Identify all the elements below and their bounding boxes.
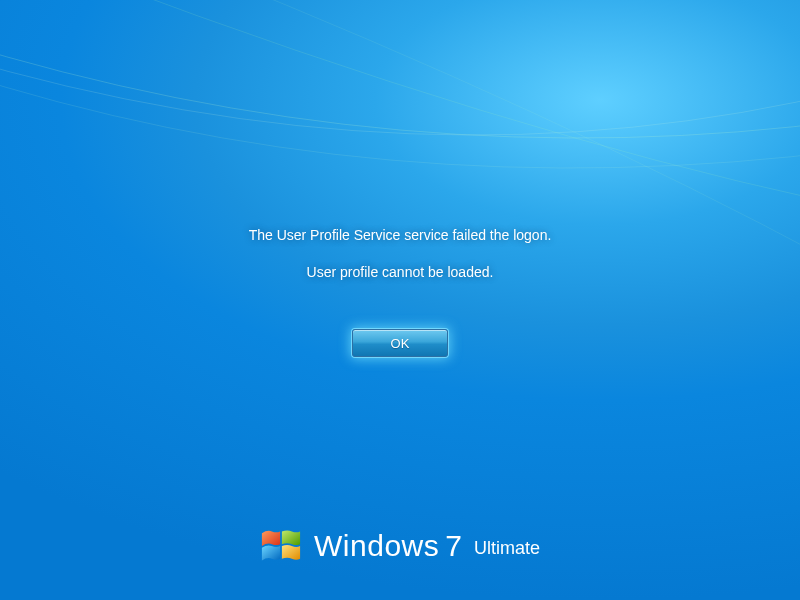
branding-area: Windows 7 Ultimate [0,526,800,566]
brand-edition: Ultimate [474,538,540,559]
brand-number: 7 [445,529,462,563]
error-message-area: The User Profile Service service failed … [0,225,800,357]
error-line-1: The User Profile Service service failed … [249,225,552,246]
brand-name: Windows [314,529,439,563]
windows-logo-icon [260,526,302,566]
ok-button[interactable]: OK [352,329,448,357]
brand-text: Windows 7 Ultimate [314,529,540,563]
error-line-2: User profile cannot be loaded. [307,262,494,283]
